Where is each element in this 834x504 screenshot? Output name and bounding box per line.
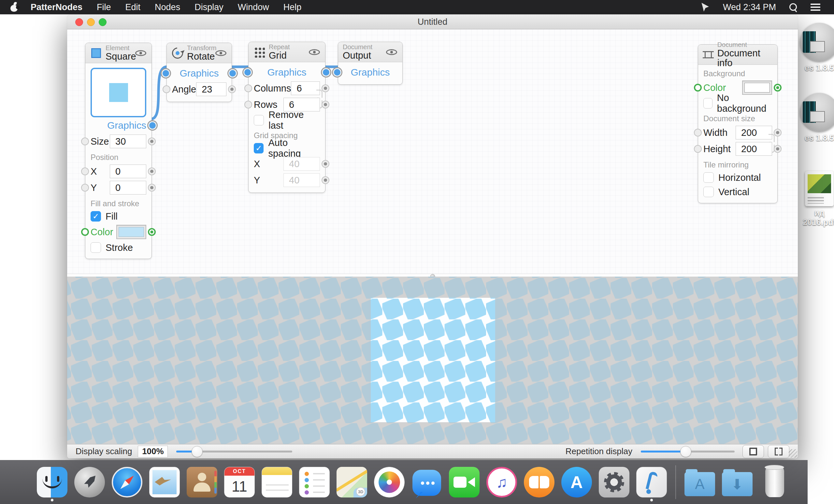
pattern-preview[interactable] — [67, 277, 798, 444]
spacing-x-output-port[interactable] — [322, 160, 329, 168]
minimize-button[interactable] — [87, 18, 95, 26]
x-input-port[interactable] — [81, 168, 89, 175]
graphics-output-port[interactable] — [228, 69, 237, 78]
slider-thumb[interactable] — [680, 446, 691, 457]
x-input[interactable]: 0 — [110, 165, 146, 178]
node-rotate[interactable]: Transform Rotate Graphics Angle 23 — [167, 43, 232, 102]
spacing-y-output-port[interactable] — [322, 176, 329, 184]
dock-notes[interactable] — [261, 464, 292, 500]
desktop-icon-pdf1[interactable]: ид 2016.pdf — [798, 171, 834, 227]
dock-messages[interactable] — [411, 464, 442, 500]
x-output-port[interactable] — [148, 168, 156, 175]
horizontal-mirror-checkbox[interactable] — [703, 172, 714, 183]
graphics-output-port[interactable] — [322, 68, 330, 76]
dock-folder-downloads[interactable]: ⬇ — [722, 464, 753, 500]
visibility-eye-icon[interactable] — [135, 50, 146, 56]
node-grid[interactable]: Repeat Grid Graphics Columns 6 — [248, 42, 326, 193]
dock-folder-apps[interactable]: A — [684, 464, 716, 500]
tile-view-button[interactable] — [743, 445, 764, 458]
node-canvas[interactable]: Element Square Graphics Size 30 Position — [67, 29, 798, 274]
background-color-output-port[interactable] — [774, 84, 782, 91]
visibility-eye-icon[interactable] — [309, 49, 320, 55]
angle-output-port[interactable] — [228, 85, 236, 93]
stroke-checkbox[interactable] — [91, 242, 101, 253]
angle-input[interactable]: 23 — [196, 83, 226, 96]
spotlight-search-icon[interactable] — [789, 3, 797, 12]
size-input[interactable]: 30 — [110, 135, 146, 148]
title-bar[interactable]: Untitled — [67, 15, 798, 29]
desktop-icon-dmg2[interactable]: es 1.8.5 — [798, 93, 834, 143]
menu-app-name[interactable]: PatterNodes — [30, 2, 83, 13]
menu-item-display[interactable]: Display — [195, 2, 223, 13]
y-input[interactable]: 0 — [110, 181, 146, 195]
menu-clock[interactable]: Wed 2:34 PM — [723, 2, 776, 13]
height-input-port[interactable] — [694, 145, 702, 153]
color-input-port[interactable] — [81, 228, 89, 236]
width-input-port[interactable] — [694, 129, 702, 136]
height-input[interactable]: 200 — [736, 142, 772, 156]
display-scaling-value[interactable]: 100% — [138, 446, 168, 457]
menu-item-nodes[interactable]: Nodes — [155, 2, 180, 13]
angle-input-port[interactable] — [162, 85, 170, 93]
dock-finder[interactable] — [37, 464, 68, 500]
rows-input-port[interactable] — [244, 101, 252, 109]
window-resize-grip[interactable] — [789, 449, 797, 458]
columns-input-port[interactable] — [244, 84, 252, 92]
slider-thumb[interactable] — [192, 446, 203, 457]
desktop-icon-dmg1[interactable]: es 1.8.5 — [798, 23, 834, 73]
dock-safari[interactable] — [111, 464, 143, 500]
notification-center-icon[interactable] — [811, 4, 820, 11]
menu-item-window[interactable]: Window — [238, 2, 269, 13]
visibility-eye-icon[interactable] — [215, 50, 226, 56]
remove-last-checkbox[interactable] — [254, 115, 264, 126]
dock-launchpad[interactable] — [74, 464, 105, 500]
size-output-port[interactable] — [148, 137, 156, 145]
fill-color-well[interactable] — [116, 225, 146, 239]
dock-facetime[interactable] — [448, 464, 480, 500]
size-input-port[interactable] — [81, 137, 89, 145]
spacing-y-input[interactable]: 40 — [283, 173, 320, 187]
menu-item-edit[interactable]: Edit — [126, 2, 141, 13]
fullscreen-view-button[interactable] — [768, 445, 789, 458]
background-color-input-port[interactable] — [694, 84, 702, 91]
patternodes-menu-extra-icon[interactable] — [700, 2, 710, 12]
dock-patternodes[interactable] — [636, 464, 667, 500]
close-button[interactable] — [75, 18, 83, 26]
menu-item-help[interactable]: Help — [283, 2, 302, 13]
graphics-output-port[interactable] — [148, 121, 157, 130]
dock-photos[interactable] — [374, 464, 405, 500]
dock-mail[interactable] — [149, 464, 180, 500]
graphics-input-port[interactable] — [243, 68, 252, 76]
node-square[interactable]: Element Square Graphics Size 30 Position — [85, 43, 152, 259]
graphics-input-port[interactable] — [333, 68, 342, 76]
y-output-port[interactable] — [148, 184, 156, 192]
graphics-input-port[interactable] — [161, 69, 170, 78]
repetition-display-slider[interactable] — [641, 446, 734, 457]
zoom-button[interactable] — [99, 18, 107, 26]
square-preview[interactable] — [91, 68, 146, 117]
visibility-eye-icon[interactable] — [386, 49, 397, 55]
height-output-port[interactable] — [774, 145, 782, 153]
rows-output-port[interactable] — [322, 101, 329, 109]
y-input-port[interactable] — [81, 184, 89, 192]
dock-reminders[interactable] — [299, 464, 330, 500]
no-background-checkbox[interactable] — [703, 98, 712, 109]
dock-itunes[interactable]: ♫ — [486, 464, 517, 500]
auto-spacing-checkbox[interactable] — [254, 143, 264, 153]
display-scaling-slider[interactable] — [176, 446, 292, 457]
color-output-port[interactable] — [148, 228, 156, 236]
dock-maps[interactable]: 3D — [336, 464, 368, 500]
node-output[interactable]: Document Output Graphics — [338, 42, 403, 85]
pane-divider[interactable] — [67, 274, 798, 277]
spacing-x-input[interactable]: 40 — [283, 157, 320, 171]
dock-sysprefs[interactable] — [598, 464, 630, 500]
dock-appstore[interactable]: A — [561, 464, 592, 500]
dock-calendar[interactable]: OCT11 — [224, 464, 255, 500]
dock-trash[interactable] — [759, 464, 790, 500]
menu-item-file[interactable]: File — [97, 2, 111, 13]
fill-checkbox[interactable] — [91, 211, 101, 222]
dock-contacts[interactable] — [186, 464, 218, 500]
dock-ibooks[interactable] — [524, 464, 555, 500]
apple-menu-icon[interactable] — [10, 3, 18, 12]
node-document-info[interactable]: Document Document info Background Color … — [698, 44, 777, 203]
